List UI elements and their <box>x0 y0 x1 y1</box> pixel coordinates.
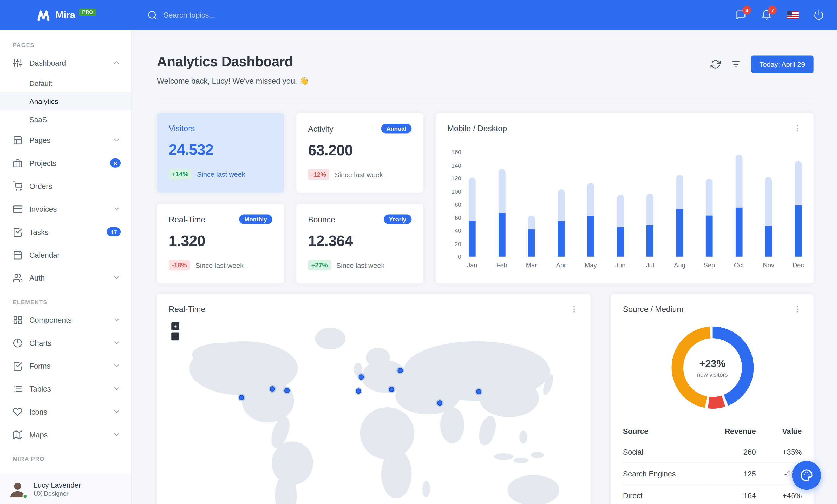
sidebar-item-default[interactable]: Default <box>0 74 131 92</box>
zoom-out-button[interactable]: − <box>171 332 179 340</box>
map-marker[interactable] <box>237 394 245 402</box>
stat-title: Visitors <box>169 124 195 133</box>
more-vertical-icon <box>793 124 802 133</box>
y-tick-label: 140 <box>451 162 461 168</box>
world-map-wrap: + − <box>157 317 591 504</box>
notifications-button[interactable]: 7 <box>761 10 772 20</box>
sidebar-item-dashboard[interactable]: Dashboard <box>0 51 131 74</box>
sidebar-item-orders[interactable]: Orders <box>0 174 131 198</box>
bar-mobile-segment <box>795 206 802 257</box>
language-button[interactable] <box>787 11 799 19</box>
card-menu-button[interactable] <box>793 124 802 133</box>
sidebar-subitem-label: SaaS <box>29 116 47 124</box>
sidebar-item-maps[interactable]: Maps <box>0 423 131 446</box>
map-marker[interactable] <box>388 386 395 393</box>
tasks-count-badge: 17 <box>107 227 121 237</box>
chart-y-axis: 020406080100120140160 <box>447 152 461 257</box>
sidebar-item-auth[interactable]: Auth <box>0 266 131 289</box>
header-actions: Today: April 29 <box>710 56 814 73</box>
more-vertical-icon <box>570 305 578 314</box>
bar-mobile-segment <box>587 216 594 257</box>
card-menu-button[interactable] <box>570 305 578 314</box>
sidebar-item-pages[interactable]: Pages <box>0 129 131 151</box>
bar-feb <box>498 169 505 257</box>
stat-value: 63.200 <box>308 142 411 159</box>
sidebar-item-components[interactable]: Components <box>0 309 131 331</box>
cell-value: +35% <box>756 441 802 463</box>
messages-button[interactable]: 3 <box>736 10 746 20</box>
column-revenue: Revenue <box>710 422 756 441</box>
sidebar-item-calendar[interactable]: Calendar <box>0 243 131 266</box>
column-value: Value <box>756 422 802 441</box>
avatar <box>7 479 28 499</box>
sidebar-item-forms[interactable]: Forms <box>0 354 131 377</box>
date-range-button[interactable]: Today: April 29 <box>751 56 814 73</box>
period-badge[interactable]: Monthly <box>239 214 272 224</box>
chevron-down-icon <box>112 339 121 347</box>
sidebar-item-saas[interactable]: SaaS <box>0 110 131 129</box>
y-tick-label: 160 <box>451 149 461 155</box>
sidebar-item-analytics[interactable]: Analytics <box>0 92 131 110</box>
navbar-search <box>147 10 313 20</box>
navbar: Mira PRO 3 7 <box>0 0 837 30</box>
x-axis-label: Dec <box>795 261 802 269</box>
search-input[interactable] <box>163 11 313 19</box>
map-marker[interactable] <box>268 385 276 393</box>
bar-sep <box>706 179 713 257</box>
stat-caption: Since last week <box>195 261 244 269</box>
realtime-card: Real-Time Monthly 1.320 -18% Since last … <box>157 204 284 283</box>
chart-plot <box>469 152 802 257</box>
card-title: Mobile / Desktop <box>447 124 507 133</box>
sidebar-item-charts[interactable]: Charts <box>0 331 131 354</box>
sign-out-button[interactable] <box>814 10 824 20</box>
sidebar-item-label: Tables <box>29 385 51 393</box>
sidebar-item-label: Projects <box>29 159 56 167</box>
map-marker[interactable] <box>357 373 365 381</box>
search-icon <box>147 10 158 20</box>
sidebar-item-invoices[interactable]: Invoices <box>0 198 131 220</box>
period-badge[interactable]: Annual <box>381 124 412 133</box>
brand[interactable]: Mira PRO <box>36 8 96 22</box>
sidebar-item-projects[interactable]: Projects 8 <box>0 151 131 174</box>
sidebar-item-icons[interactable]: Icons <box>0 400 131 423</box>
filter-button[interactable] <box>731 59 741 69</box>
column-source: Source <box>623 422 710 441</box>
chevron-down-icon <box>112 205 121 213</box>
brand-name: Mira <box>56 8 75 22</box>
stat-value: 12.364 <box>308 232 411 250</box>
theme-customizer-fab[interactable] <box>792 461 821 490</box>
bar-mobile-segment <box>646 225 654 257</box>
sidebar-section-elements: Elements <box>0 299 131 305</box>
zoom-in-button[interactable]: + <box>171 322 179 330</box>
bar-desktop-segment <box>587 183 594 216</box>
bar-mobile-segment <box>528 229 535 257</box>
pro-badge: PRO <box>79 8 96 16</box>
source-medium-table: Source Revenue Value Social 260 +35% Sea… <box>623 422 802 504</box>
sidebar-item-tasks[interactable]: Tasks 17 <box>0 220 131 243</box>
map-marker[interactable] <box>475 388 482 395</box>
map-marker[interactable] <box>355 387 362 395</box>
y-tick-label: 120 <box>451 175 461 182</box>
refresh-button[interactable] <box>710 59 720 69</box>
stats-section: Visitors 24.532 +14% Since last week Act… <box>157 113 814 283</box>
stat-caption: Since last week <box>335 170 383 179</box>
online-status-dot <box>22 493 28 499</box>
map-marker[interactable] <box>396 367 404 374</box>
sidebar-user[interactable]: Lucy Lavender UX Designer <box>0 473 131 504</box>
sidebar-item-label: Forms <box>29 361 50 370</box>
period-badge[interactable]: Yearly <box>384 214 412 224</box>
change-badge: +27% <box>308 260 331 270</box>
sidebar-item-tables[interactable]: Tables <box>0 377 131 400</box>
grid-icon <box>13 315 22 325</box>
card-title: Source / Medium <box>623 305 684 314</box>
card-menu-button[interactable] <box>793 305 802 314</box>
bar-aug <box>676 175 683 257</box>
bar-oct <box>735 154 742 257</box>
bar-mobile-segment <box>617 227 624 257</box>
x-axis-label: Nov <box>765 261 772 269</box>
realtime-map-card: Real-Time + − <box>157 294 591 504</box>
sidebar-item-label: Components <box>29 316 72 324</box>
y-tick-label: 100 <box>451 188 461 194</box>
map-marker[interactable] <box>283 387 291 394</box>
map-marker[interactable] <box>436 399 443 407</box>
